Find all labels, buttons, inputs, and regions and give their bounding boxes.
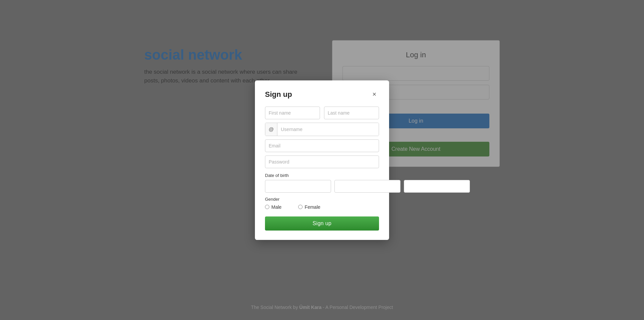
- dob-row: 1 1 2023: [265, 180, 379, 193]
- email-input[interactable]: [265, 139, 379, 152]
- dob-month-input[interactable]: 1: [334, 180, 400, 193]
- gender-male-label: Male: [271, 204, 281, 210]
- at-prefix-icon: @: [265, 123, 277, 136]
- name-row: [265, 107, 379, 119]
- dob-day-input[interactable]: 1: [265, 180, 331, 193]
- dob-label: Date of birth: [265, 173, 379, 178]
- gender-row: Male Female: [265, 204, 379, 210]
- modal-close-button[interactable]: ×: [370, 90, 379, 99]
- dob-year-input[interactable]: 2023: [404, 180, 470, 193]
- modal-overlay: Sign up × @ Date of birth 1 1 2023 Gende…: [0, 0, 644, 320]
- username-row: @: [265, 123, 379, 136]
- modal-title: Sign up: [265, 90, 292, 99]
- gender-female-option[interactable]: Female: [298, 204, 320, 210]
- first-name-input[interactable]: [265, 107, 320, 119]
- gender-female-label: Female: [305, 204, 320, 210]
- password-input[interactable]: [265, 155, 379, 168]
- username-input[interactable]: [277, 123, 379, 136]
- signup-modal: Sign up × @ Date of birth 1 1 2023 Gende…: [255, 80, 389, 240]
- last-name-input[interactable]: [324, 107, 379, 119]
- modal-header: Sign up ×: [265, 90, 379, 99]
- gender-label: Gender: [265, 197, 379, 202]
- gender-male-radio[interactable]: [265, 205, 269, 209]
- gender-male-option[interactable]: Male: [265, 204, 281, 210]
- signup-button[interactable]: Sign up: [265, 216, 379, 231]
- gender-female-radio[interactable]: [298, 205, 303, 209]
